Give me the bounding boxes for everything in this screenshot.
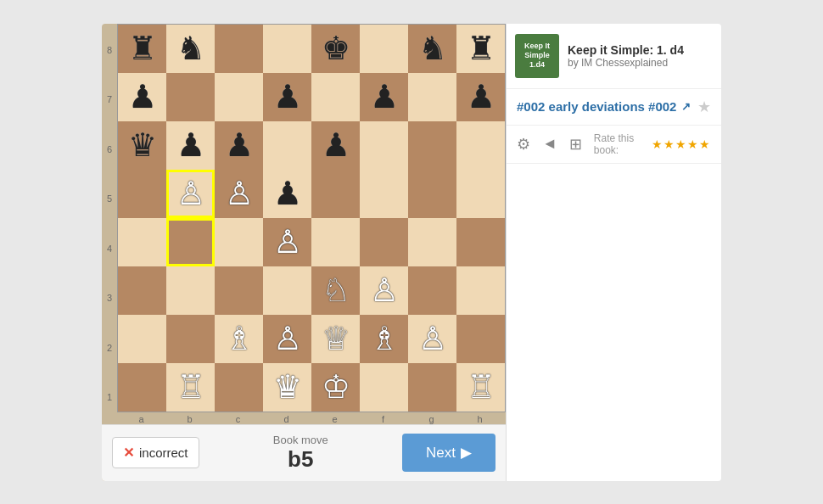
square-c7	[215, 73, 263, 121]
square-c4	[215, 218, 263, 266]
square-g4	[408, 218, 456, 266]
square-b5: ♙	[166, 170, 215, 218]
bottom-bar: ✕ incorrect Book move b5 Next ▶	[102, 424, 506, 481]
file-f: f	[359, 412, 407, 424]
book-info: Keep it Simple: 1. d4 by IM Chessexplain…	[568, 43, 684, 69]
piece-g2: ♙	[418, 322, 447, 355]
square-e4	[311, 218, 360, 266]
book-header: Keep ItSimple1.d4 Keep it Simple: 1. d4 …	[507, 24, 721, 89]
bookmark-icon[interactable]: ★	[697, 98, 711, 116]
external-link-icon[interactable]: ↗	[681, 100, 691, 113]
piece-b1: ♖	[176, 371, 205, 403]
book-move-value: b5	[288, 446, 313, 473]
rank-2: 2	[104, 323, 115, 372]
piece-a6: ♛	[128, 129, 157, 161]
square-a2	[118, 315, 166, 363]
piece-a7: ♟	[128, 81, 157, 113]
square-c3	[215, 266, 263, 315]
square-h7: ♟	[456, 73, 505, 121]
square-f8	[360, 25, 408, 73]
x-icon: ✕	[123, 445, 134, 461]
book-author: by IM Chessexplained	[568, 57, 684, 69]
square-a4	[118, 218, 166, 266]
piece-d2: ♙	[273, 322, 302, 355]
stars[interactable]: ★★★★★	[652, 137, 711, 151]
square-h1: ♖	[456, 363, 505, 412]
square-e5	[311, 170, 360, 218]
piece-f3: ♙	[370, 274, 399, 306]
square-h2	[456, 315, 505, 363]
square-f5	[360, 170, 408, 218]
analysis-icon[interactable]: ⊞	[569, 135, 582, 154]
next-button[interactable]: Next ▶	[402, 434, 495, 472]
book-move-section: Book move b5	[213, 434, 389, 473]
square-h6	[456, 121, 505, 170]
square-d2: ♙	[263, 315, 311, 363]
square-b8: ♞	[166, 25, 215, 73]
piece-b5: ♙	[176, 177, 205, 210]
square-f1	[360, 363, 408, 412]
square-d6	[263, 121, 311, 170]
file-e: e	[311, 412, 359, 424]
square-f6	[360, 121, 408, 170]
square-g1	[408, 363, 456, 412]
square-b3	[166, 266, 215, 315]
piece-c5: ♙	[225, 177, 254, 210]
square-a6: ♛	[118, 121, 166, 170]
piece-f2: ♗	[370, 322, 399, 355]
square-d4: ♙	[263, 218, 311, 266]
square-f3: ♙	[360, 266, 408, 315]
square-d8	[263, 25, 311, 73]
square-b2	[166, 315, 215, 363]
sound-icon[interactable]: ◄	[542, 135, 557, 153]
piece-h7: ♟	[467, 81, 495, 113]
rate-section: Rate this book: ★★★★★	[594, 132, 711, 156]
piece-d7: ♟	[273, 81, 302, 113]
file-g: g	[407, 412, 456, 424]
square-d7: ♟	[263, 73, 311, 121]
board-and-files: ♜ ♞ ♚ ♞ ♜ ♟	[117, 24, 506, 424]
chess-side: 8 7 6 5 4 3 2 1 ♜ ♞	[102, 24, 506, 481]
rank-6: 6	[104, 125, 115, 173]
piece-e8: ♚	[322, 32, 350, 64]
piece-d5: ♟	[273, 177, 302, 210]
square-a5	[118, 170, 166, 218]
puzzle-title-bar: #002 early deviations #002 ↗ ★	[507, 89, 721, 126]
rank-8: 8	[104, 25, 115, 74]
piece-h1: ♖	[467, 371, 495, 403]
square-g7	[408, 73, 456, 121]
gear-icon[interactable]: ⚙	[517, 135, 530, 154]
square-c1	[215, 363, 263, 412]
piece-h8: ♜	[467, 32, 495, 64]
file-h: h	[456, 412, 504, 424]
right-panel: Keep ItSimple1.d4 Keep it Simple: 1. d4 …	[506, 24, 721, 481]
piece-b6: ♟	[176, 129, 205, 161]
square-e8: ♚	[311, 25, 360, 73]
square-a1	[118, 363, 166, 412]
next-arrow-icon: ▶	[461, 444, 472, 462]
toolbar: ⚙ ◄ ⊞ Rate this book: ★★★★★	[507, 126, 721, 164]
piece-e2: ♕	[322, 322, 350, 355]
square-g5	[408, 170, 456, 218]
piece-g8: ♞	[418, 32, 447, 64]
piece-a8: ♜	[128, 32, 157, 64]
square-e1: ♔	[311, 363, 360, 412]
incorrect-button[interactable]: ✕ incorrect	[112, 437, 199, 468]
piece-c2: ♗	[225, 322, 254, 355]
file-b: b	[165, 412, 214, 424]
main-container: 8 7 6 5 4 3 2 1 ♜ ♞	[102, 24, 721, 481]
square-g6	[408, 121, 456, 170]
piece-d4: ♙	[273, 226, 302, 258]
square-b1: ♖	[166, 363, 215, 412]
square-d1: ♛	[263, 363, 311, 412]
square-h5	[456, 170, 505, 218]
square-d5: ♟	[263, 170, 311, 218]
piece-c6: ♟	[225, 129, 254, 161]
rank-3: 3	[104, 274, 115, 322]
next-label: Next	[426, 445, 456, 462]
square-f4	[360, 218, 408, 266]
square-h4	[456, 218, 505, 266]
square-a8: ♜	[118, 25, 166, 73]
square-b7	[166, 73, 215, 121]
square-c6: ♟	[215, 121, 263, 170]
